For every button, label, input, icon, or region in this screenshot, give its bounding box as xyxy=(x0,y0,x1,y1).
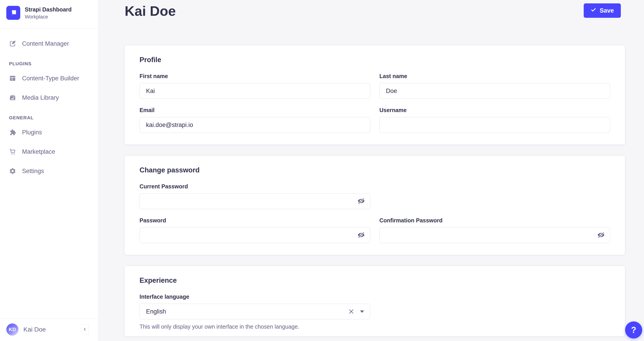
new-password-input[interactable] xyxy=(140,227,370,243)
new-password-field-group: Password xyxy=(140,217,370,243)
content-type-builder-icon xyxy=(9,75,16,82)
workspace-subtitle: Workplace xyxy=(25,14,72,20)
sidebar-item-settings[interactable]: Settings xyxy=(0,162,98,181)
username-input[interactable] xyxy=(380,117,610,133)
interface-language-label: Interface language xyxy=(140,294,370,300)
page-header: Kai Doe Save xyxy=(125,3,625,19)
workspace-brand[interactable]: Strapi Dashboard Workplace xyxy=(0,0,98,28)
interface-language-value: English xyxy=(146,308,348,315)
clear-selection-icon[interactable] xyxy=(348,308,355,315)
change-password-card-title: Change password xyxy=(140,166,610,174)
save-button-label: Save xyxy=(600,7,614,14)
interface-language-hint: This will only display your own interfac… xyxy=(140,324,370,330)
sidebar-item-label: Plugins xyxy=(22,129,42,136)
password-grid: Current Password xyxy=(140,183,610,243)
collapse-sidebar-button[interactable] xyxy=(81,324,89,335)
workspace-title: Strapi Dashboard xyxy=(25,6,72,13)
first-name-field-group: First name xyxy=(140,73,370,99)
sidebar-section-general-label: GENERAL xyxy=(0,115,98,120)
profile-card-title: Profile xyxy=(140,56,610,64)
last-name-label: Last name xyxy=(380,73,610,80)
sidebar-nav: Content Manager PLUGINS Content-Type Bui… xyxy=(0,28,98,181)
eye-off-icon xyxy=(357,197,365,206)
last-name-field-group: Last name xyxy=(380,73,610,99)
current-password-input[interactable] xyxy=(140,193,370,209)
first-name-input[interactable] xyxy=(140,83,370,99)
main-content: Kai Doe Save Profile First name xyxy=(98,0,644,341)
interface-language-field-group: Interface language English This will onl… xyxy=(140,294,370,330)
eye-off-icon xyxy=(597,231,605,240)
experience-card: Experience Interface language English xyxy=(125,266,625,336)
email-input[interactable] xyxy=(140,117,370,133)
email-label: Email xyxy=(140,107,370,114)
user-name: Kai Doe xyxy=(24,326,76,333)
sidebar-item-content-type-builder[interactable]: Content-Type Builder xyxy=(0,69,98,88)
email-field-group: Email xyxy=(140,107,370,133)
brand-text: Strapi Dashboard Workplace xyxy=(25,6,72,20)
question-mark-icon: ? xyxy=(631,325,636,335)
first-name-label: First name xyxy=(140,73,370,80)
sidebar-item-label: Settings xyxy=(22,168,44,175)
confirmation-password-label: Confirmation Password xyxy=(380,217,610,224)
caret-down-icon[interactable] xyxy=(360,310,364,313)
username-field-group: Username xyxy=(380,107,610,133)
experience-card-title: Experience xyxy=(140,276,610,284)
help-button[interactable]: ? xyxy=(625,322,642,338)
strapi-app: Strapi Dashboard Workplace Content Manag… xyxy=(0,0,644,341)
change-password-card: Change password Current Password xyxy=(125,156,625,255)
sidebar-item-label: Content Manager xyxy=(22,40,69,47)
toggle-new-password-visibility-button[interactable] xyxy=(357,231,366,240)
sidebar-section-plugins-label: PLUGINS xyxy=(0,61,98,66)
confirmation-password-input[interactable] xyxy=(380,227,610,243)
username-label: Username xyxy=(380,107,610,114)
sidebar-item-content-manager[interactable]: Content Manager xyxy=(0,34,98,53)
save-button[interactable]: Save xyxy=(584,4,621,18)
avatar[interactable]: KD xyxy=(6,324,18,336)
profile-grid: First name Last name Email xyxy=(140,73,610,133)
media-library-icon xyxy=(9,94,16,101)
content-manager-icon xyxy=(9,40,16,47)
settings-gear-icon xyxy=(9,168,16,175)
sidebar-item-label: Marketplace xyxy=(22,148,55,155)
last-name-input[interactable] xyxy=(380,83,610,99)
check-icon xyxy=(591,7,596,14)
experience-grid: Interface language English This will onl… xyxy=(140,294,610,330)
chevron-left-icon xyxy=(82,327,87,332)
password-grid-spacer xyxy=(380,183,610,209)
sidebar-item-plugins[interactable]: Plugins xyxy=(0,123,98,142)
page-title: Kai Doe xyxy=(125,3,176,19)
sidebar-item-label: Media Library xyxy=(22,94,59,101)
strapi-logo-icon xyxy=(6,6,20,20)
current-password-label: Current Password xyxy=(140,183,370,190)
plugins-icon xyxy=(9,129,16,136)
sidebar: Strapi Dashboard Workplace Content Manag… xyxy=(0,0,98,341)
confirmation-password-field-group: Confirmation Password xyxy=(380,217,610,243)
toggle-confirmation-password-visibility-button[interactable] xyxy=(596,231,606,240)
user-row: KD Kai Doe xyxy=(0,319,98,341)
current-password-field-group: Current Password xyxy=(140,183,370,209)
sidebar-footer: KD Kai Doe xyxy=(0,318,98,341)
sidebar-item-media-library[interactable]: Media Library xyxy=(0,88,98,107)
marketplace-icon xyxy=(9,148,16,155)
eye-off-icon xyxy=(357,231,365,240)
toggle-current-password-visibility-button[interactable] xyxy=(357,197,366,206)
sidebar-item-marketplace[interactable]: Marketplace xyxy=(0,142,98,162)
new-password-label: Password xyxy=(140,217,370,224)
profile-card: Profile First name Last name Email xyxy=(125,46,625,144)
sidebar-item-label: Content-Type Builder xyxy=(22,75,79,82)
interface-language-select[interactable]: English xyxy=(140,304,370,320)
